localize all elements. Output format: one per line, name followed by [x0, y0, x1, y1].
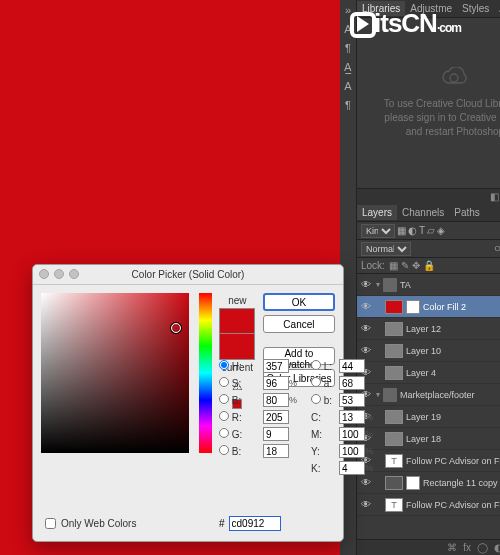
layer-name: Layer 19: [406, 412, 500, 422]
radio-bch[interactable]: [219, 445, 229, 455]
visibility-icon[interactable]: 👁: [359, 345, 373, 356]
lock-trans-icon[interactable]: ▦: [389, 260, 398, 271]
link-layers-icon[interactable]: ⌘: [447, 542, 457, 553]
k-input[interactable]: [339, 461, 365, 475]
r-input[interactable]: [263, 410, 289, 424]
visibility-icon[interactable]: 👁: [359, 499, 373, 510]
watermark-logo: itsCN.com: [350, 8, 461, 39]
layer-row[interactable]: 👁Rectangle 11 copy: [357, 472, 500, 494]
blend-row: Normal Opacity: 100%: [357, 240, 500, 258]
lock-pos-icon[interactable]: ✥: [412, 260, 420, 271]
layer-name: TA: [400, 280, 500, 290]
radio-b[interactable]: [219, 394, 229, 404]
hex-input[interactable]: [229, 516, 281, 531]
character-icon[interactable]: A: [340, 78, 356, 94]
layer-name: Follow PC Advisor on Face...: [406, 456, 500, 466]
radio-h[interactable]: [219, 360, 229, 370]
tab-actions[interactable]: Actions: [494, 1, 500, 16]
only-web-input[interactable]: [45, 518, 56, 529]
h-input[interactable]: [263, 359, 289, 373]
lock-pixels-icon[interactable]: ✎: [401, 260, 409, 271]
tab-paths[interactable]: Paths: [449, 205, 485, 220]
radio-a[interactable]: [311, 377, 321, 387]
cc-cloud-icon: [440, 67, 470, 89]
radio-l[interactable]: [311, 360, 321, 370]
y-input[interactable]: [339, 444, 365, 458]
filter-type-icon[interactable]: T: [419, 225, 425, 236]
paragraph-icon[interactable]: ¶: [340, 40, 356, 56]
layer-name: Layer 4: [406, 368, 500, 378]
layer-row[interactable]: 👁Layer 19: [357, 406, 500, 428]
layer-name: Layer 18: [406, 434, 500, 444]
cancel-button[interactable]: Cancel: [263, 315, 335, 333]
layer-row[interactable]: 👁TFollow PC Advisor on Face...: [357, 494, 500, 516]
c-input[interactable]: [339, 410, 365, 424]
lock-all-icon[interactable]: 🔒: [423, 260, 435, 271]
layer-row[interactable]: 👁Layer 10: [357, 340, 500, 362]
lb-input[interactable]: [339, 393, 365, 407]
visibility-icon[interactable]: 👁: [359, 279, 373, 290]
shape-thumb: [385, 476, 403, 490]
blend-mode[interactable]: Normal: [361, 242, 411, 256]
brush-tip-icon[interactable]: ◧: [490, 191, 499, 202]
zoom-icon[interactable]: [69, 269, 79, 279]
s-input[interactable]: [263, 376, 289, 390]
layer-thumb: [385, 410, 403, 424]
visibility-icon[interactable]: 👁: [359, 323, 373, 334]
glyph-icon[interactable]: A̲: [340, 59, 356, 75]
b-input[interactable]: [263, 393, 289, 407]
cc-msg2: please sign in to Creative Cloud: [384, 111, 500, 125]
layer-thumb: [385, 344, 403, 358]
layer-thumb: [385, 366, 403, 380]
minimize-icon[interactable]: [54, 269, 64, 279]
layer-fx-icon[interactable]: fx: [463, 542, 471, 553]
mask-icon[interactable]: ◯: [477, 542, 488, 553]
radio-s[interactable]: [219, 377, 229, 387]
current-color-swatch[interactable]: [219, 334, 255, 360]
filter-smart-icon[interactable]: ◈: [437, 225, 445, 236]
layer-row[interactable]: 👁▾TA: [357, 274, 500, 296]
g-input[interactable]: [263, 427, 289, 441]
m-input[interactable]: [339, 427, 365, 441]
new-label: new: [228, 295, 246, 306]
filter-adj-icon[interactable]: ◐: [408, 225, 417, 236]
filter-kind[interactable]: Kind: [361, 224, 395, 238]
visibility-icon[interactable]: 👁: [359, 477, 373, 488]
ok-button[interactable]: OK: [263, 293, 335, 311]
color-field[interactable]: [41, 293, 189, 453]
adj-layer-icon[interactable]: ◐: [494, 542, 500, 553]
style-icon[interactable]: ¶: [340, 97, 356, 113]
type-thumb-icon: T: [385, 454, 403, 468]
layer-name: Follow PC Advisor on Face...: [406, 500, 500, 510]
lock-label: Lock:: [361, 260, 385, 271]
layer-row[interactable]: 👁Layer 18: [357, 428, 500, 450]
hex-row: #: [219, 516, 281, 531]
dialog-titlebar[interactable]: Color Picker (Solid Color): [33, 265, 343, 285]
tab-layers[interactable]: Layers: [357, 205, 397, 220]
radio-r[interactable]: [219, 411, 229, 421]
layer-thumb: [385, 322, 403, 336]
close-icon[interactable]: [39, 269, 49, 279]
layer-row[interactable]: 👁Color Fill 2: [357, 296, 500, 318]
l-input[interactable]: [339, 359, 365, 373]
hue-slider[interactable]: [199, 293, 212, 453]
layer-name: Layer 12: [406, 324, 500, 334]
cc-msg1: To use Creative Cloud Libraries,: [384, 97, 500, 111]
layer-row[interactable]: 👁TFollow PC Advisor on Face...: [357, 450, 500, 472]
layer-row[interactable]: 👁Layer 12: [357, 318, 500, 340]
radio-g[interactable]: [219, 428, 229, 438]
only-web-checkbox[interactable]: Only Web Colors: [45, 518, 136, 529]
tab-channels[interactable]: Channels: [397, 205, 449, 220]
radio-lb[interactable]: [311, 394, 321, 404]
layer-row[interactable]: 👁▾Marketplace/footer: [357, 384, 500, 406]
bch-input[interactable]: [263, 444, 289, 458]
layer-row[interactable]: 👁Layer 4: [357, 362, 500, 384]
visibility-icon[interactable]: 👁: [359, 301, 373, 312]
disclosure-icon[interactable]: ▾: [373, 280, 383, 289]
a-input[interactable]: [339, 376, 365, 390]
tab-styles[interactable]: Styles: [457, 1, 494, 16]
filter-pixel-icon[interactable]: ▦: [397, 225, 406, 236]
filter-shape-icon[interactable]: ▱: [427, 225, 435, 236]
reticle-icon[interactable]: [171, 323, 181, 333]
dialog-title: Color Picker (Solid Color): [132, 269, 245, 280]
